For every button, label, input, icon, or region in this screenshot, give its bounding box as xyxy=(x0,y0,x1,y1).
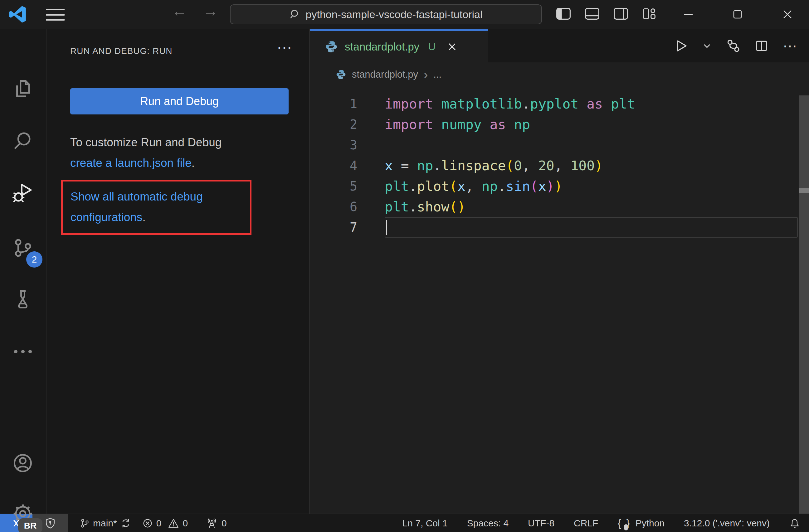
toggle-panel-icon[interactable] xyxy=(585,7,600,21)
code-token: 100 xyxy=(570,158,595,173)
indentation-item[interactable]: Spaces: 4 xyxy=(467,518,509,529)
python-interpreter-item[interactable]: 3.12.0 ('.venv': venv) xyxy=(684,518,770,529)
ports-status-item[interactable]: 0 xyxy=(206,518,227,529)
search-view-icon[interactable] xyxy=(13,130,33,151)
encoding-item[interactable]: UTF-8 xyxy=(528,518,554,529)
code-token: x xyxy=(538,178,546,194)
code-token xyxy=(409,158,417,173)
tab-standardplot[interactable]: standardplot.py U xyxy=(310,29,488,63)
open-changes-icon[interactable] xyxy=(726,39,740,53)
code-token xyxy=(603,96,611,112)
branch-status-item[interactable]: main* xyxy=(80,518,131,529)
code-line[interactable]: 7 xyxy=(310,217,809,237)
breadcrumb-symbol-more[interactable]: ... xyxy=(433,69,442,80)
code-editor[interactable]: 1import matplotlib.pyplot as plt2import … xyxy=(310,87,809,514)
line-number: 3 xyxy=(310,138,357,152)
run-and-debug-button[interactable]: Run and Debug xyxy=(70,88,289,114)
errors-icon xyxy=(142,518,153,528)
eol-item[interactable]: CRLF xyxy=(574,518,598,529)
status-bar-right: Ln 7, Col 1 Spaces: 4 UTF-8 CRLF { } Pyt… xyxy=(402,517,809,529)
code-token: linspace xyxy=(441,158,506,173)
forward-icon[interactable]: → xyxy=(200,2,222,20)
code-line[interactable]: 5plt.plot(x, np.sin(x)) xyxy=(310,176,809,196)
line-number: 7 xyxy=(310,220,357,234)
code-token: ( xyxy=(449,199,458,215)
code-token: numpy xyxy=(441,117,481,132)
menu-hamburger-icon[interactable] xyxy=(46,9,65,21)
ports-count: 0 xyxy=(222,518,227,529)
line-content: plt.show() xyxy=(385,196,809,217)
show-configurations-link[interactable]: Show all automatic debug configurations. xyxy=(70,187,250,228)
code-token: , xyxy=(522,158,538,173)
account-icon[interactable] xyxy=(13,453,33,473)
views-more-actions-icon[interactable]: ⋯ xyxy=(277,39,292,56)
line-number: 6 xyxy=(310,199,357,214)
run-python-file-icon[interactable] xyxy=(674,39,688,53)
code-line[interactable]: 1import matplotlib.pyplot as plt xyxy=(310,93,809,114)
problems-status-item[interactable]: 0 0 xyxy=(142,518,188,529)
code-line[interactable]: 4x = np.linspace(0, 20, 100) xyxy=(310,155,809,176)
profile-badge: BR xyxy=(18,518,42,532)
vscode-window: ← → python-sample-vscode-fastapi-tutoria… xyxy=(0,0,809,532)
code-token: , xyxy=(554,158,571,173)
code-token: . xyxy=(409,178,417,194)
code-token xyxy=(433,117,441,132)
code-line[interactable]: 2import numpy as np xyxy=(310,114,809,135)
errors-count: 0 xyxy=(156,518,161,529)
code-token: x xyxy=(458,178,465,194)
activity-bar: 2 BR xyxy=(0,29,47,514)
notifications-bell-icon[interactable] xyxy=(789,518,800,529)
code-token: as xyxy=(490,117,506,132)
search-icon xyxy=(290,9,301,20)
code-token: np xyxy=(482,178,498,194)
vscode-logo-icon xyxy=(9,6,26,23)
language-mode-item[interactable]: { } Python xyxy=(617,517,665,529)
minimize-button[interactable] xyxy=(682,8,694,21)
code-token: plot xyxy=(417,178,450,194)
code-token: 0 xyxy=(514,158,522,173)
branch-name: main* xyxy=(93,518,117,529)
tab-close-icon[interactable] xyxy=(447,41,458,52)
line-number: 2 xyxy=(310,117,357,131)
title-bar: ← → python-sample-vscode-fastapi-tutoria… xyxy=(0,0,809,29)
code-token xyxy=(482,117,490,132)
split-editor-icon[interactable] xyxy=(755,39,769,53)
close-button[interactable] xyxy=(781,8,794,21)
python-file-icon xyxy=(325,40,338,53)
code-line[interactable]: 3 xyxy=(310,135,809,155)
customize-layout-icon[interactable] xyxy=(642,7,657,21)
create-launch-json-link[interactable]: create a launch.json file xyxy=(70,157,192,169)
run-dropdown-chevron-icon[interactable] xyxy=(702,41,712,51)
code-token: np xyxy=(514,117,530,132)
more-views-icon[interactable] xyxy=(13,341,33,362)
customize-hint-line2: create a launch.json file. xyxy=(70,153,222,173)
line-content xyxy=(385,135,809,155)
editor-scrollbar[interactable] xyxy=(799,95,809,514)
back-icon[interactable]: ← xyxy=(169,2,190,20)
radio-tower-icon xyxy=(206,518,218,529)
code-token: ( xyxy=(530,178,538,194)
breadcrumb: standardplot.py › ... xyxy=(310,63,809,87)
maximize-button[interactable] xyxy=(731,8,744,21)
breadcrumb-file[interactable]: standardplot.py xyxy=(352,69,418,80)
code-token: plt xyxy=(385,199,409,215)
code-token: = xyxy=(401,158,409,173)
code-token: . xyxy=(433,158,441,173)
editor-group: standardplot.py U ⋯ xyxy=(310,29,809,514)
code-line[interactable]: 6plt.show() xyxy=(310,196,809,217)
code-token xyxy=(579,96,587,112)
line-content: x = np.linspace(0, 20, 100) xyxy=(385,155,809,176)
sync-icon xyxy=(121,518,131,528)
tab-bar: standardplot.py U ⋯ xyxy=(310,29,809,63)
editor-more-actions-icon[interactable]: ⋯ xyxy=(783,43,797,49)
toggle-primary-sidebar-icon[interactable] xyxy=(556,7,571,21)
code-token: 20 xyxy=(538,158,554,173)
command-center-search[interactable]: python-sample-vscode-fastapi-tutorial xyxy=(230,4,542,24)
explorer-icon[interactable] xyxy=(13,78,33,99)
customize-hint: To customize Run and Debug create a laun… xyxy=(70,132,222,173)
sidebar-title: RUN AND DEBUG: RUN xyxy=(70,46,173,56)
testing-icon[interactable] xyxy=(13,289,33,310)
cursor-position-item[interactable]: Ln 7, Col 1 xyxy=(402,518,448,529)
toggle-secondary-sidebar-icon[interactable] xyxy=(614,7,629,21)
run-and-debug-icon[interactable] xyxy=(13,182,33,203)
